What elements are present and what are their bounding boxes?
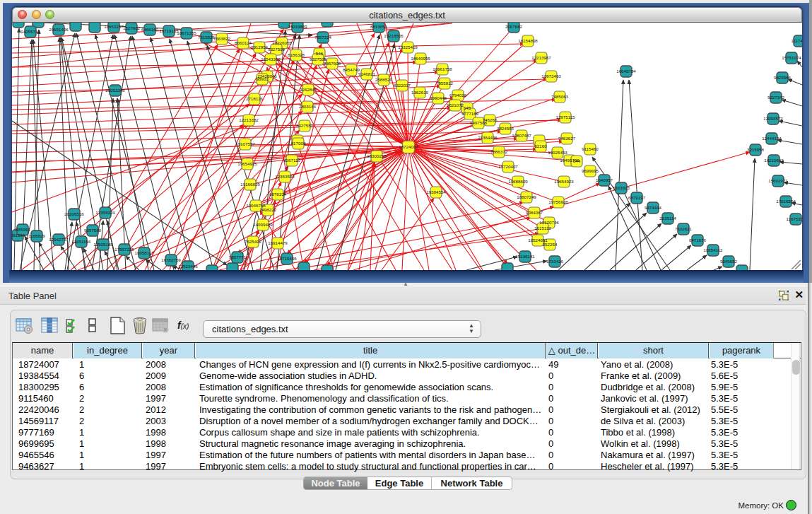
svg-text:7485063: 7485063 (551, 94, 569, 99)
svg-text:9327500: 9327500 (268, 47, 286, 52)
svg-text:10653267: 10653267 (104, 24, 124, 29)
svg-text:8471676: 8471676 (689, 238, 707, 243)
svg-text:9115460: 9115460 (582, 146, 599, 151)
svg-text:9227342: 9227342 (767, 95, 785, 100)
svg-text:18300295: 18300295 (367, 153, 387, 158)
svg-text:17016504: 17016504 (776, 199, 796, 204)
svg-text:19166829: 19166829 (240, 182, 260, 187)
svg-text:7886372: 7886372 (490, 149, 508, 154)
svg-text:15136141: 15136141 (515, 254, 535, 259)
svg-text:7515526: 7515526 (198, 35, 216, 40)
svg-text:19384554: 19384554 (426, 189, 446, 194)
svg-text:10654112: 10654112 (703, 247, 723, 252)
svg-text:15692971: 15692971 (768, 178, 788, 183)
svg-text:9463627: 9463627 (558, 136, 576, 141)
svg-text:8990448: 8990448 (430, 95, 447, 100)
svg-text:19654923: 19654923 (554, 179, 574, 184)
svg-text:391594: 391594 (12, 233, 25, 238)
svg-text:8878334: 8878334 (269, 192, 287, 197)
svg-text:16154808: 16154808 (518, 38, 538, 43)
svg-text:19218506: 19218506 (384, 33, 404, 38)
svg-text:8912954: 8912954 (251, 45, 269, 49)
svg-text:8322037: 8322037 (394, 83, 411, 88)
svg-text:1498222: 1498222 (259, 207, 277, 212)
svg-text:7625402: 7625402 (245, 239, 262, 244)
svg-text:17359924: 17359924 (95, 210, 115, 215)
svg-text:8186328: 8186328 (288, 52, 305, 57)
svg-text:19107557: 19107557 (235, 141, 255, 146)
svg-text:10025453: 10025453 (548, 150, 567, 155)
svg-text:546: 546 (316, 51, 324, 56)
svg-text:6794028: 6794028 (449, 93, 467, 98)
svg-text:12923446: 12923446 (178, 264, 198, 269)
svg-text:16914479: 16914479 (268, 240, 288, 245)
svg-text:16543362: 16543362 (261, 57, 281, 62)
svg-text:644: 644 (573, 158, 581, 163)
svg-text:5933923: 5933923 (613, 185, 630, 190)
svg-text:13325419: 13325419 (398, 45, 418, 49)
svg-text:9097568: 9097568 (84, 228, 102, 233)
svg-text:18724007: 18724007 (399, 144, 418, 149)
svg-text:23226055: 23226055 (272, 40, 292, 45)
svg-text:12093572: 12093572 (763, 116, 783, 121)
svg-text:9146821: 9146821 (358, 71, 376, 76)
svg-text:1362615: 1362615 (411, 90, 429, 95)
svg-text:6497568: 6497568 (470, 120, 488, 125)
svg-text:14099489: 14099489 (253, 222, 273, 227)
svg-text:1117421: 1117421 (791, 38, 802, 43)
svg-text:10958117: 10958117 (134, 250, 154, 255)
svg-text:20053346: 20053346 (105, 88, 125, 93)
svg-text:16961758: 16961758 (433, 66, 452, 71)
svg-text:2087682: 2087682 (505, 24, 523, 29)
svg-text:12942737: 12942737 (49, 237, 69, 242)
svg-text:12213382: 12213382 (239, 117, 259, 122)
svg-text:1527602: 1527602 (123, 25, 141, 30)
svg-text:1156829: 1156829 (28, 233, 45, 238)
svg-text:12505185: 12505185 (93, 242, 113, 247)
svg-text:10719155: 10719155 (159, 28, 179, 33)
svg-text:817008: 817008 (291, 141, 306, 146)
svg-text:1733426: 1733426 (546, 259, 564, 264)
svg-text:10807487: 10807487 (512, 133, 531, 138)
svg-text:16033809: 16033809 (288, 24, 307, 29)
svg-text:11451194: 11451194 (72, 239, 91, 244)
svg-text:15716465: 15716465 (277, 256, 297, 261)
svg-text:7857224: 7857224 (314, 35, 332, 40)
svg-text:9699695: 9699695 (582, 168, 599, 173)
svg-text:12213967: 12213967 (531, 55, 551, 60)
svg-text:2718126: 2718126 (246, 96, 264, 101)
svg-text:98901: 98901 (256, 76, 269, 81)
svg-text:11675334: 11675334 (786, 216, 802, 221)
svg-text:9245652: 9245652 (720, 259, 738, 264)
svg-text:645: 645 (464, 105, 471, 110)
svg-text:9084067: 9084067 (526, 210, 543, 215)
svg-text:21364436: 21364436 (478, 135, 498, 140)
svg-text:18640955: 18640955 (411, 56, 430, 61)
svg-text:8813054: 8813054 (370, 24, 388, 29)
svg-text:835061: 835061 (16, 227, 30, 232)
svg-text:7632621: 7632621 (675, 226, 693, 231)
svg-text:1640957: 1640957 (596, 177, 613, 182)
svg-text:14055713: 14055713 (20, 29, 40, 34)
svg-text:7955812: 7955812 (436, 81, 454, 86)
svg-text:10120746: 10120746 (539, 220, 559, 225)
svg-text:16782759: 16782759 (161, 257, 181, 262)
svg-text:9474444: 9474444 (645, 205, 662, 210)
svg-text:20206516: 20206516 (64, 211, 84, 216)
svg-text:12975115: 12975115 (555, 115, 575, 119)
svg-text:12444134: 12444134 (762, 136, 782, 141)
svg-text:8267110: 8267110 (283, 158, 300, 163)
svg-text:15751074: 15751074 (782, 55, 801, 60)
svg-text:2935114: 2935114 (659, 216, 676, 221)
svg-text:9329966: 9329966 (774, 75, 792, 80)
svg-text:12353594: 12353594 (275, 174, 295, 179)
svg-text:16210643: 16210643 (764, 158, 784, 163)
svg-text:8660124: 8660124 (235, 40, 252, 45)
svg-text:7663822: 7663822 (213, 36, 231, 41)
svg-text:18807249: 18807249 (517, 194, 536, 199)
svg-text:6466160: 6466160 (141, 27, 159, 32)
svg-text:3215958: 3215958 (747, 147, 765, 152)
svg-text:19756928: 19756928 (548, 199, 568, 204)
svg-text:20691406: 20691406 (49, 27, 69, 32)
svg-text:3824554: 3824554 (497, 126, 514, 131)
